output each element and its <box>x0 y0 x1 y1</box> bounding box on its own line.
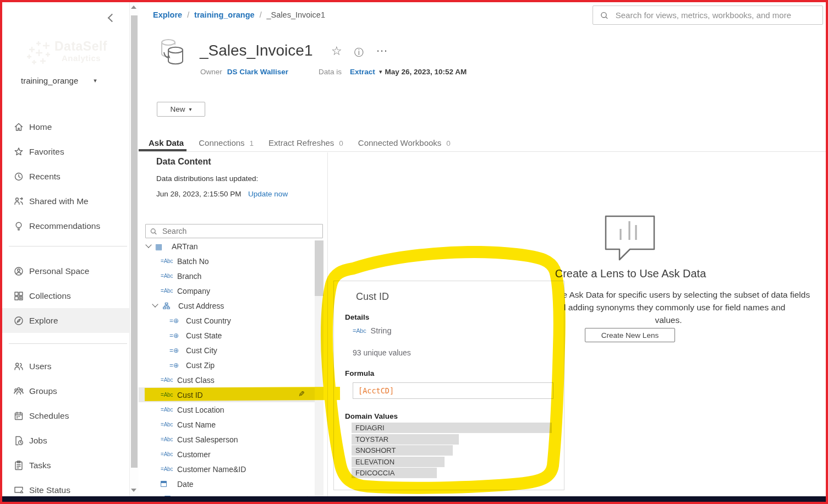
field-row-artran[interactable]: ▦ ARTran <box>139 239 315 254</box>
create-new-lens-button[interactable]: Create New Lens <box>585 328 675 342</box>
owner-link[interactable]: DS Clark Walliser <box>227 68 288 76</box>
sidebar-item-personal-space[interactable]: Personal Space <box>2 259 129 283</box>
field-row-cust-state[interactable]: =⊕ Cust State <box>139 328 315 343</box>
new-button[interactable]: New ▾ <box>157 102 205 117</box>
field-label: Date <box>177 480 194 489</box>
field-row-cust-name[interactable]: =Abc Cust Name <box>139 417 315 432</box>
sidebar-collapse-button[interactable] <box>109 13 115 23</box>
scrollbar-down-arrow[interactable] <box>131 489 136 492</box>
geo-calc-icon: =⊕ <box>169 332 186 339</box>
field-row-batch-no[interactable]: =Abc Batch No <box>139 254 315 269</box>
tab-count: 0 <box>446 139 451 147</box>
nav-admin: Users Groups Schedules Jobs Tasks Site S… <box>2 354 129 502</box>
groups-icon <box>13 386 24 397</box>
logo-line1: DataSelf <box>54 39 107 54</box>
tab-connected-workbooks[interactable]: Connected Workbooks0 <box>358 138 451 147</box>
tab-ask-data[interactable]: Ask Data <box>149 138 184 147</box>
global-search[interactable] <box>593 6 823 25</box>
tab-label: Connections <box>199 138 244 147</box>
calendar-icon <box>161 481 177 487</box>
formula-value[interactable]: [AcctCD] <box>353 382 553 399</box>
sidebar-scrollbar-thumb[interactable] <box>131 15 138 468</box>
field-row-customer-name-id[interactable]: =Abc Customer Name&ID <box>139 462 315 476</box>
chevron-down-icon[interactable] <box>145 242 151 248</box>
field-row-cust-location[interactable]: =Abc Cust Location <box>139 402 315 417</box>
field-label: ARTran <box>172 242 198 251</box>
document-clock-icon <box>13 435 24 446</box>
clipboard-icon <box>13 460 24 471</box>
data-content-heading: Data Content <box>156 157 211 167</box>
field-row-customer[interactable]: =Abc Customer <box>139 447 315 462</box>
info-icon[interactable]: ⓘ <box>354 46 364 59</box>
field-search[interactable] <box>145 224 323 238</box>
field-label: Customer Name&ID <box>177 465 246 474</box>
sidebar-item-recents[interactable]: Recents <box>2 164 129 189</box>
sidebar-item-groups[interactable]: Groups <box>2 379 129 403</box>
field-row-cust-city[interactable]: =⊕ Cust City <box>139 343 315 358</box>
tab-connections[interactable]: Connections1 <box>199 138 254 147</box>
tab-bottom-border <box>139 151 826 152</box>
breadcrumb-explore[interactable]: Explore <box>153 10 182 19</box>
extract-dropdown[interactable]: Extract <box>350 68 375 76</box>
sidebar-item-label: Home <box>29 122 52 132</box>
field-list-scrollbar-thumb[interactable] <box>315 240 323 296</box>
updated-row: Jun 28, 2023, 2:15:50 PM Update now <box>156 189 288 199</box>
domain-value-bar: FDIAGRI <box>352 423 552 433</box>
breadcrumb-project[interactable]: training_orange <box>194 10 255 19</box>
popup-field-title: Cust ID <box>356 291 389 303</box>
sidebar-item-favorites[interactable]: Favorites <box>2 139 129 164</box>
chevron-down-icon[interactable]: ▾ <box>379 68 382 75</box>
field-row-company[interactable]: =Abc Company <box>139 283 315 298</box>
sidebar-item-home[interactable]: Home <box>2 114 129 139</box>
string-calc-icon: =Abc <box>161 466 177 472</box>
divider <box>9 343 127 344</box>
breadcrumb-separator: / <box>260 10 262 19</box>
field-row-date[interactable]: Date <box>139 476 315 491</box>
favorite-star-icon[interactable]: ☆ <box>331 44 342 58</box>
sidebar-item-tasks[interactable]: Tasks <box>2 453 129 478</box>
geo-calc-icon: =⊕ <box>169 317 186 325</box>
domain-values-list: FDIAGRI TOYSTAR SNOSHORT ELEVATION FDICO… <box>352 423 552 479</box>
site-switcher[interactable]: training_orange ▾ <box>21 76 97 85</box>
field-label: Cust Address <box>178 302 224 310</box>
pencil-icon[interactable]: ✎ <box>298 390 305 398</box>
field-row-cust-salesperson[interactable]: =Abc Cust Salesperson <box>139 432 315 447</box>
divider <box>9 246 127 246</box>
unique-values: 93 unique values <box>353 348 411 357</box>
global-search-input[interactable] <box>615 10 816 20</box>
field-row-cust-class[interactable]: =Abc Cust Class <box>139 372 315 387</box>
more-actions-icon[interactable]: … <box>376 41 388 55</box>
tab-label: Ask Data <box>149 138 184 147</box>
field-label: Branch <box>177 272 201 281</box>
monitor-status-icon <box>13 485 24 496</box>
sidebar-item-shared-with-me[interactable]: Shared with Me <box>2 189 129 213</box>
sidebar-item-label: Shared with Me <box>29 196 89 206</box>
nav-secondary: Personal Space Collections Explore <box>2 259 129 333</box>
field-row-cust-id[interactable]: =Abc Cust ID ✎ <box>139 387 315 402</box>
field-row-cust-address[interactable]: Cust Address <box>139 298 315 313</box>
update-now-link[interactable]: Update now <box>248 190 288 198</box>
sidebar-item-explore[interactable]: Explore <box>2 308 129 333</box>
logo-line2: Analytics <box>62 53 101 63</box>
tab-label: Extract Refreshes <box>268 138 334 147</box>
tab-extract-refreshes[interactable]: Extract Refreshes0 <box>268 138 343 147</box>
field-label: Company <box>177 287 210 295</box>
sidebar-item-jobs[interactable]: Jobs <box>2 428 129 453</box>
field-row-cust-zip[interactable]: =⊕ Cust Zip <box>139 358 315 372</box>
chevron-down-icon[interactable] <box>152 301 158 307</box>
field-row-cust-country[interactable]: =⊕ Cust Country <box>139 313 315 328</box>
formula-heading: Formula <box>345 369 374 377</box>
scrollbar-up-arrow[interactable] <box>131 6 136 9</box>
sidebar-item-collections[interactable]: Collections <box>2 283 129 308</box>
person-circle-icon <box>13 266 24 277</box>
breadcrumb-current: _Sales_Invoice1 <box>267 10 325 19</box>
star-icon <box>13 146 24 157</box>
field-label: Cust Location <box>177 406 224 414</box>
sidebar-item-schedules[interactable]: Schedules <box>2 403 129 428</box>
breadcrumb-separator: / <box>187 10 189 19</box>
field-row-branch[interactable]: =Abc Branch <box>139 269 315 283</box>
sidebar-item-recommendations[interactable]: Recommendations <box>2 213 129 238</box>
field-label: Batch No <box>177 257 209 266</box>
sidebar-item-users[interactable]: Users <box>2 354 129 379</box>
field-search-input[interactable] <box>161 226 319 236</box>
